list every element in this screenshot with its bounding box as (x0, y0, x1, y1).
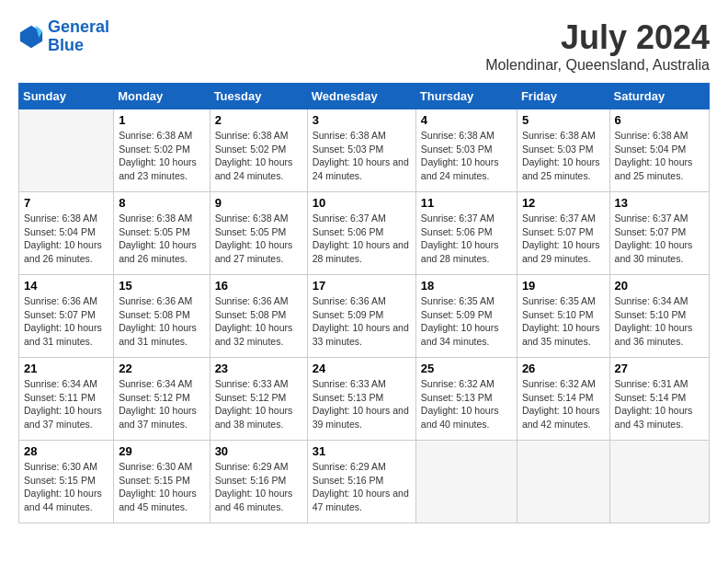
day-number: 27 (615, 362, 704, 375)
day-number: 6 (615, 113, 704, 127)
day-info: Sunrise: 6:30 AMSunset: 5:15 PMDaylight:… (24, 460, 108, 514)
main-title: July 2024 (485, 18, 710, 57)
calendar-cell: 15 Sunrise: 6:36 AMSunset: 5:08 PMDaylig… (114, 275, 210, 358)
day-info: Sunrise: 6:36 AMSunset: 5:08 PMDaylight:… (215, 294, 302, 349)
calendar-cell: 7 Sunrise: 6:38 AMSunset: 5:04 PMDayligh… (19, 192, 114, 275)
calendar-cell: 18 Sunrise: 6:35 AMSunset: 5:09 PMDaylig… (415, 275, 517, 358)
day-number: 21 (24, 362, 108, 375)
day-number: 3 (313, 113, 411, 127)
day-number: 24 (313, 362, 411, 375)
day-info: Sunrise: 6:31 AMSunset: 5:14 PMDaylight:… (615, 377, 704, 431)
day-number: 20 (615, 279, 704, 293)
day-info: Sunrise: 6:37 AMSunset: 5:07 PMDaylight:… (615, 212, 704, 266)
day-number: 23 (215, 362, 302, 375)
day-info: Sunrise: 6:29 AMSunset: 5:16 PMDaylight:… (313, 460, 411, 514)
week-row-2: 7 Sunrise: 6:38 AMSunset: 5:04 PMDayligh… (19, 192, 710, 275)
day-info: Sunrise: 6:37 AMSunset: 5:06 PMDaylight:… (421, 212, 512, 266)
day-info: Sunrise: 6:37 AMSunset: 5:06 PMDaylight:… (313, 212, 411, 266)
subtitle: Molendinar, Queensland, Australia (485, 57, 710, 74)
day-number: 28 (24, 444, 108, 458)
day-number: 29 (119, 444, 204, 458)
day-number: 26 (522, 362, 605, 375)
calendar-cell (415, 441, 517, 523)
calendar-table: SundayMondayTuesdayWednesdayThursdayFrid… (18, 83, 710, 523)
day-number: 5 (522, 113, 605, 127)
calendar-cell: 21 Sunrise: 6:34 AMSunset: 5:11 PMDaylig… (19, 358, 114, 441)
calendar-cell: 23 Sunrise: 6:33 AMSunset: 5:12 PMDaylig… (210, 358, 307, 441)
calendar-cell: 19 Sunrise: 6:35 AMSunset: 5:10 PMDaylig… (517, 275, 609, 358)
week-row-1: 1 Sunrise: 6:38 AMSunset: 5:02 PMDayligh… (19, 109, 710, 192)
day-header-sunday: Sunday (19, 84, 114, 109)
day-info: Sunrise: 6:35 AMSunset: 5:09 PMDaylight:… (421, 294, 512, 349)
day-number: 9 (215, 196, 302, 210)
calendar-cell: 17 Sunrise: 6:36 AMSunset: 5:09 PMDaylig… (307, 275, 415, 358)
day-number: 22 (119, 362, 204, 375)
day-number: 17 (313, 279, 411, 293)
day-info: Sunrise: 6:36 AMSunset: 5:09 PMDaylight:… (313, 294, 411, 349)
logo-line1: General (48, 17, 109, 36)
calendar-cell: 3 Sunrise: 6:38 AMSunset: 5:03 PMDayligh… (307, 109, 415, 192)
logo-text: General Blue (48, 18, 109, 55)
day-info: Sunrise: 6:32 AMSunset: 5:13 PMDaylight:… (421, 377, 512, 431)
day-info: Sunrise: 6:29 AMSunset: 5:16 PMDaylight:… (215, 460, 302, 514)
day-info: Sunrise: 6:33 AMSunset: 5:12 PMDaylight:… (215, 377, 302, 431)
calendar-cell: 26 Sunrise: 6:32 AMSunset: 5:14 PMDaylig… (517, 358, 609, 441)
calendar-cell: 13 Sunrise: 6:37 AMSunset: 5:07 PMDaylig… (609, 192, 709, 275)
calendar-cell: 8 Sunrise: 6:38 AMSunset: 5:05 PMDayligh… (114, 192, 210, 275)
logo-icon (18, 24, 44, 50)
day-info: Sunrise: 6:38 AMSunset: 5:04 PMDaylight:… (615, 129, 704, 183)
calendar-cell: 4 Sunrise: 6:38 AMSunset: 5:03 PMDayligh… (415, 109, 517, 192)
day-header-monday: Monday (114, 84, 210, 109)
calendar-cell (517, 441, 609, 523)
day-info: Sunrise: 6:38 AMSunset: 5:02 PMDaylight:… (119, 129, 204, 183)
week-row-3: 14 Sunrise: 6:36 AMSunset: 5:07 PMDaylig… (19, 275, 710, 358)
day-header-thursday: Thursday (415, 84, 517, 109)
day-info: Sunrise: 6:34 AMSunset: 5:11 PMDaylight:… (24, 377, 108, 431)
day-info: Sunrise: 6:37 AMSunset: 5:07 PMDaylight:… (522, 212, 605, 266)
day-number: 30 (215, 444, 302, 458)
day-number: 12 (522, 196, 605, 210)
calendar-cell: 1 Sunrise: 6:38 AMSunset: 5:02 PMDayligh… (114, 109, 210, 192)
calendar-cell: 12 Sunrise: 6:37 AMSunset: 5:07 PMDaylig… (517, 192, 609, 275)
days-header-row: SundayMondayTuesdayWednesdayThursdayFrid… (19, 84, 710, 109)
day-info: Sunrise: 6:38 AMSunset: 5:04 PMDaylight:… (24, 212, 108, 266)
calendar-cell: 28 Sunrise: 6:30 AMSunset: 5:15 PMDaylig… (19, 441, 114, 523)
calendar-cell: 14 Sunrise: 6:36 AMSunset: 5:07 PMDaylig… (19, 275, 114, 358)
calendar-cell: 16 Sunrise: 6:36 AMSunset: 5:08 PMDaylig… (210, 275, 307, 358)
day-info: Sunrise: 6:38 AMSunset: 5:05 PMDaylight:… (119, 212, 204, 266)
day-number: 4 (421, 113, 512, 127)
calendar-cell: 27 Sunrise: 6:31 AMSunset: 5:14 PMDaylig… (609, 358, 709, 441)
day-number: 11 (421, 196, 512, 210)
calendar-cell: 10 Sunrise: 6:37 AMSunset: 5:06 PMDaylig… (307, 192, 415, 275)
day-number: 25 (421, 362, 512, 375)
logo-line2: Blue (48, 36, 84, 54)
day-number: 15 (119, 279, 204, 293)
logo: General Blue (18, 18, 109, 55)
day-info: Sunrise: 6:30 AMSunset: 5:15 PMDaylight:… (119, 460, 204, 514)
calendar-cell (609, 441, 709, 523)
day-header-tuesday: Tuesday (210, 84, 307, 109)
calendar-cell: 25 Sunrise: 6:32 AMSunset: 5:13 PMDaylig… (415, 358, 517, 441)
header: General Blue July 2024 Molendinar, Queen… (18, 18, 710, 74)
calendar-cell: 31 Sunrise: 6:29 AMSunset: 5:16 PMDaylig… (307, 441, 415, 523)
day-info: Sunrise: 6:38 AMSunset: 5:03 PMDaylight:… (313, 129, 411, 183)
calendar-cell: 24 Sunrise: 6:33 AMSunset: 5:13 PMDaylig… (307, 358, 415, 441)
day-number: 1 (119, 113, 204, 127)
day-number: 10 (313, 196, 411, 210)
calendar-cell: 6 Sunrise: 6:38 AMSunset: 5:04 PMDayligh… (609, 109, 709, 192)
day-number: 19 (522, 279, 605, 293)
week-row-4: 21 Sunrise: 6:34 AMSunset: 5:11 PMDaylig… (19, 358, 710, 441)
day-number: 18 (421, 279, 512, 293)
day-number: 14 (24, 279, 108, 293)
calendar-cell: 29 Sunrise: 6:30 AMSunset: 5:15 PMDaylig… (114, 441, 210, 523)
day-number: 16 (215, 279, 302, 293)
calendar-cell: 22 Sunrise: 6:34 AMSunset: 5:12 PMDaylig… (114, 358, 210, 441)
calendar-cell (19, 109, 114, 192)
day-number: 7 (24, 196, 108, 210)
day-number: 8 (119, 196, 204, 210)
day-number: 2 (215, 113, 302, 127)
day-info: Sunrise: 6:33 AMSunset: 5:13 PMDaylight:… (313, 377, 411, 431)
day-number: 31 (313, 444, 411, 458)
day-header-saturday: Saturday (609, 84, 709, 109)
calendar-cell: 2 Sunrise: 6:38 AMSunset: 5:02 PMDayligh… (210, 109, 307, 192)
